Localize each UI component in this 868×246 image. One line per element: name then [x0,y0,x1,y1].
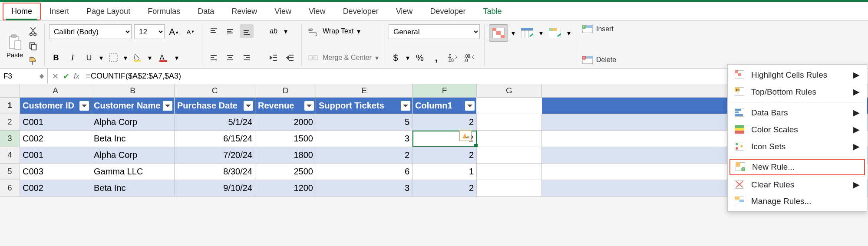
cf-menu-color-scales[interactable]: Color Scales▶ [728,121,867,138]
bold-button[interactable]: B [49,51,63,65]
cell[interactable]: 3 [316,131,413,147]
th-customer-id[interactable]: Customer ID [20,98,91,114]
cell-g1[interactable] [477,98,542,114]
align-top-button[interactable] [207,24,221,38]
cell[interactable]: 5/1/24 [175,114,255,130]
enter-formula-icon[interactable]: ✔ [63,72,69,81]
th-support-tickets[interactable]: Support Tickets [316,98,413,114]
cell[interactable]: Alpha Corp [91,114,175,130]
cell[interactable]: 6 [316,164,413,180]
filter-icon[interactable] [163,101,172,111]
insert-cells-button[interactable]: + Insert [581,24,618,34]
cf-menu-data-bars[interactable]: Data Bars▶ [728,104,867,121]
cell[interactable]: 6/15/24 [175,131,255,147]
filter-icon[interactable] [465,101,475,111]
cf-menu-manage-rules-[interactable]: Manage Rules... [728,193,867,210]
cf-menu-new-rule-[interactable]: +New Rule... [729,159,865,175]
merge-dropdown[interactable]: ▾ [374,51,380,65]
cell[interactable]: 5 [316,114,413,130]
format-table-dropdown[interactable]: ▾ [538,26,544,40]
align-right-button[interactable] [240,51,254,65]
cell[interactable]: 8/30/24 [175,164,255,180]
name-box[interactable]: F3 [0,69,48,84]
cell-styles-dropdown[interactable]: ▾ [566,26,571,40]
row-header-4[interactable]: 4 [0,147,20,163]
autofill-options-icon[interactable]: ABC [459,131,472,141]
borders-dropdown[interactable]: ▾ [123,51,128,65]
cf-menu-icon-sets[interactable]: Icon Sets▶ [728,138,867,155]
currency-button[interactable]: $ [389,51,403,65]
align-center-button[interactable] [223,51,237,65]
tab-pagelayout[interactable]: Page Layout [78,3,139,20]
cell[interactable]: 1500 [255,131,316,147]
number-format-select[interactable]: General [389,24,480,39]
cancel-formula-icon[interactable]: ✕ [52,72,59,81]
th-revenue[interactable]: Revenue [255,98,316,114]
format-painter-button[interactable] [26,54,40,68]
cell[interactable]: 1800 [255,147,316,163]
cell[interactable]: 9/10/24 [175,180,255,196]
th-customer-name[interactable]: Customer Name [91,98,175,114]
tab-insert[interactable]: Insert [41,3,78,20]
col-header-b[interactable]: B [91,84,175,97]
decrease-indent-button[interactable] [267,51,281,65]
wrap-text-dropdown[interactable]: ▾ [356,24,361,38]
cell[interactable]: Alpha Corp [91,147,175,163]
cell[interactable]: Gamma LLC [91,164,175,180]
col-header-f[interactable]: F [413,84,477,97]
row-header-2[interactable]: 2 [0,114,20,130]
th-purchase-date[interactable]: Purchase Date [175,98,255,114]
font-color-dropdown[interactable]: ▾ [174,51,179,65]
cell[interactable]: Beta Inc [91,131,175,147]
decrease-decimal-button[interactable]: .00.0 [462,51,476,65]
col-header-e[interactable]: E [316,84,413,97]
increase-decimal-button[interactable]: .0.00 [446,51,460,65]
cell[interactable]: 2 [413,180,477,196]
select-all-corner[interactable] [0,84,20,97]
conditional-formatting-dropdown[interactable]: ▾ [511,26,516,40]
cell[interactable]: 7/20/24 [175,147,255,163]
cf-menu-top-bottom-rules[interactable]: 10Top/Bottom Rules▶ [728,83,867,100]
cell[interactable]: 1200 [255,180,316,196]
borders-button[interactable] [106,51,120,65]
tab-view[interactable]: View [266,3,300,20]
merge-center-button[interactable]: Merge & Center [323,54,372,62]
filter-icon[interactable] [244,101,253,111]
cell[interactable]: 2 [413,114,477,130]
tab-data[interactable]: Data [189,3,223,20]
wrap-text-button[interactable]: Wrap Text [323,27,353,35]
fill-color-dropdown[interactable]: ▾ [147,51,152,65]
col-header-d[interactable]: D [255,84,316,97]
col-header-a[interactable]: A [20,84,91,97]
percent-button[interactable]: % [413,51,427,65]
comma-button[interactable]: , [429,51,443,65]
cell[interactable] [477,131,542,147]
filter-icon[interactable] [401,101,410,111]
increase-font-button[interactable]: A▲ [167,25,181,39]
th-column1[interactable]: Column1 [413,98,477,114]
tab-formulas[interactable]: Formulas [139,3,189,20]
font-name-select[interactable]: Calibri (Body) [49,24,132,39]
tab-home[interactable]: Home [3,3,41,20]
cell[interactable] [477,180,542,196]
decrease-font-button[interactable]: A▼ [184,25,198,39]
paste-button[interactable]: Paste [6,34,23,59]
format-as-table-button[interactable] [518,24,536,42]
row-header-1[interactable]: 1 [0,98,20,114]
cell[interactable]: 3 [316,180,413,196]
tab-view-3[interactable]: View [387,3,422,20]
font-color-button[interactable]: A [155,51,169,65]
cell[interactable]: C002 [20,180,91,196]
cell-styles-button[interactable] [546,24,564,42]
increase-indent-button[interactable] [283,51,297,65]
cell[interactable]: 2 [413,147,477,163]
cell[interactable]: 2000 [255,114,316,130]
cf-menu-highlight-cells-rules[interactable]: Highlight Cells Rules▶ [728,66,867,83]
cell[interactable]: C003 [20,164,91,180]
cell[interactable]: C001 [20,147,91,163]
font-size-select[interactable]: 12 [134,24,165,39]
row-header-3[interactable]: 3 [0,131,20,147]
cell[interactable]: C001 [20,114,91,130]
underline-dropdown[interactable]: ▾ [99,51,104,65]
align-left-button[interactable] [207,51,221,65]
